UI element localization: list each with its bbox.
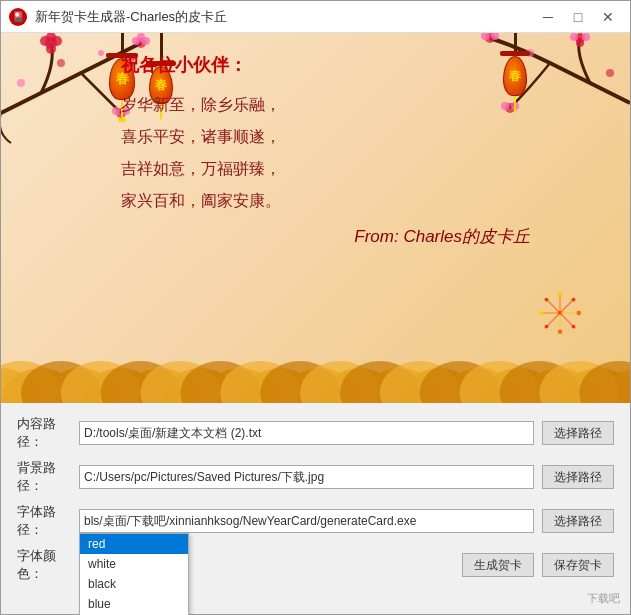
minimize-button[interactable]: ─ bbox=[534, 5, 562, 29]
svg-point-8 bbox=[137, 33, 145, 41]
svg-point-42 bbox=[572, 298, 576, 302]
wave-border bbox=[1, 348, 630, 403]
app-icon: 🎴 bbox=[9, 8, 27, 26]
maximize-button[interactable]: □ bbox=[564, 5, 592, 29]
card-text-area: 祝各位小伙伴： 岁华新至，除乡乐融， 喜乐平安，诸事顺遂， 吉祥如意，万福骈臻，… bbox=[121, 53, 550, 248]
main-window: 🎴 新年贺卡生成器-Charles的皮卡丘 ─ □ ✕ bbox=[0, 0, 631, 615]
svg-point-19 bbox=[576, 39, 584, 47]
card-greeting: 祝各位小伙伴： bbox=[121, 53, 550, 77]
dropdown-option-red[interactable]: red bbox=[80, 534, 188, 554]
card-line-3: 吉祥如意，万福骈臻， bbox=[121, 153, 550, 185]
svg-point-43 bbox=[545, 325, 549, 329]
title-bar: 🎴 新年贺卡生成器-Charles的皮卡丘 ─ □ ✕ bbox=[1, 1, 630, 33]
save-button[interactable]: 保存贺卡 bbox=[542, 553, 614, 577]
window-title: 新年贺卡生成器-Charles的皮卡丘 bbox=[35, 8, 534, 26]
color-dropdown: red white black blue yellow green bbox=[79, 533, 189, 615]
font-label: 字体路径： bbox=[17, 503, 79, 539]
content-path-input[interactable] bbox=[79, 421, 534, 445]
svg-point-37 bbox=[558, 292, 563, 297]
font-select-button[interactable]: 选择路径 bbox=[542, 509, 614, 533]
card-preview: 春 春 春 祝各位小伙伴： 岁华新至，除乡乐融， 喜乐平安，诸事顺遂， 吉祥如意… bbox=[1, 33, 630, 403]
card-line-2: 喜乐平安，诸事顺遂， bbox=[121, 121, 550, 153]
dropdown-option-blue[interactable]: blue bbox=[80, 594, 188, 614]
card-line-1: 岁华新至，除乡乐融， bbox=[121, 89, 550, 121]
svg-point-44 bbox=[572, 325, 576, 329]
close-button[interactable]: ✕ bbox=[594, 5, 622, 29]
svg-point-40 bbox=[577, 311, 582, 316]
svg-line-33 bbox=[547, 300, 561, 314]
svg-point-13 bbox=[57, 59, 65, 67]
card-from: From: Charles的皮卡丘 bbox=[121, 225, 550, 248]
svg-point-14 bbox=[98, 50, 104, 56]
form-area: 内容路径： 选择路径 背景路径： 选择路径 字体路径： 选择路径 字体颜色： r… bbox=[1, 403, 630, 614]
font-path-input[interactable] bbox=[79, 509, 534, 533]
bg-select-button[interactable]: 选择路径 bbox=[542, 465, 614, 489]
bg-path-row: 背景路径： 选择路径 bbox=[17, 459, 614, 495]
watermark-text: 下载吧 bbox=[587, 591, 620, 606]
svg-point-38 bbox=[558, 330, 563, 335]
svg-line-35 bbox=[547, 313, 561, 327]
generate-button[interactable]: 生成贺卡 bbox=[462, 553, 534, 577]
svg-point-18 bbox=[582, 33, 590, 41]
card-body: 岁华新至，除乡乐融， 喜乐平安，诸事顺遂， 吉祥如意，万福骈臻， 家兴百和，阖家… bbox=[121, 89, 550, 217]
bg-label: 背景路径： bbox=[17, 459, 79, 495]
content-select-button[interactable]: 选择路径 bbox=[542, 421, 614, 445]
svg-point-4 bbox=[46, 44, 56, 54]
dropdown-option-white[interactable]: white bbox=[80, 554, 188, 574]
svg-point-41 bbox=[545, 298, 549, 302]
window-controls: ─ □ ✕ bbox=[534, 5, 622, 29]
card-line-4: 家兴百和，阖家安康。 bbox=[121, 185, 550, 217]
bg-path-input[interactable] bbox=[79, 465, 534, 489]
svg-point-26 bbox=[606, 69, 614, 77]
svg-point-17 bbox=[570, 33, 578, 41]
svg-point-39 bbox=[539, 311, 544, 316]
svg-line-34 bbox=[560, 300, 574, 314]
firework-decoration bbox=[530, 283, 590, 343]
svg-point-12 bbox=[17, 79, 25, 87]
svg-line-36 bbox=[560, 313, 574, 327]
content-label: 内容路径： bbox=[17, 415, 79, 451]
content-path-row: 内容路径： 选择路径 bbox=[17, 415, 614, 451]
color-label: 字体颜色： bbox=[17, 547, 79, 583]
dropdown-option-black[interactable]: black bbox=[80, 574, 188, 594]
